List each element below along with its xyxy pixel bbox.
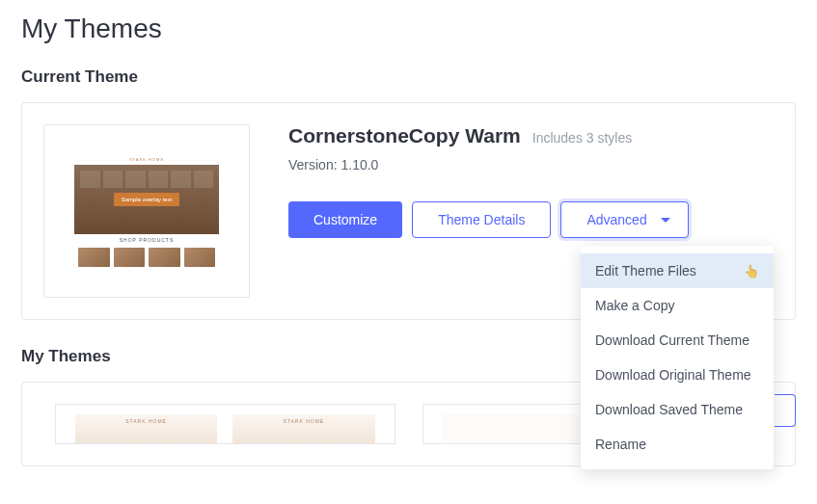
partial-button-edge[interactable] [775,394,796,427]
cursor-icon: 👆 [744,264,759,279]
page-title: My Themes [21,0,796,67]
grid-tile: STARK HOME [75,414,217,443]
thumbnail-header: STARK HOME [74,153,219,165]
theme-thumbnail[interactable]: STARK HOME Sample overlay text SHOP PROD… [43,124,250,298]
menu-download-current-theme[interactable]: Download Current Theme [581,323,774,358]
thumbnail-hero-text: Sample overlay text [114,193,180,206]
customize-button[interactable]: Customize [288,201,402,238]
advanced-dropdown-menu: Edit Theme Files 👆 Make a Copy Download … [581,246,774,469]
current-theme-heading: Current Theme [21,67,796,87]
grid-tile: STARK HOME [232,414,374,443]
thumbnail-caption: SHOP PRODUCTS [74,234,219,246]
button-row: Customize Theme Details Advanced Edit Th… [288,201,774,238]
menu-download-saved-theme[interactable]: Download Saved Theme [581,392,774,427]
current-theme-card: STARK HOME Sample overlay text SHOP PROD… [21,102,796,320]
thumbnail-preview: STARK HOME Sample overlay text SHOP PROD… [74,153,219,269]
theme-info: CornerstoneCopy Warm Includes 3 styles V… [288,124,774,298]
thumbnail-product-row [74,246,219,269]
theme-styles-count: Includes 3 styles [532,130,633,146]
menu-make-a-copy[interactable]: Make a Copy [581,288,774,323]
theme-name: CornerstoneCopy Warm [288,124,521,147]
theme-grid-item[interactable]: STARK HOME STARK HOME [55,404,395,444]
theme-version: Version: 1.10.0 [288,157,774,172]
menu-edit-theme-files[interactable]: Edit Theme Files 👆 [581,253,774,288]
chevron-down-icon [661,218,670,223]
menu-rename[interactable]: Rename [581,427,774,462]
menu-item-label: Edit Theme Files [595,263,696,279]
advanced-button[interactable]: Advanced [560,201,688,238]
theme-details-button[interactable]: Theme Details [412,201,551,238]
thumbnail-hero: Sample overlay text [74,165,219,234]
menu-download-original-theme[interactable]: Download Original Theme [581,358,774,392]
advanced-button-label: Advanced [586,212,646,227]
